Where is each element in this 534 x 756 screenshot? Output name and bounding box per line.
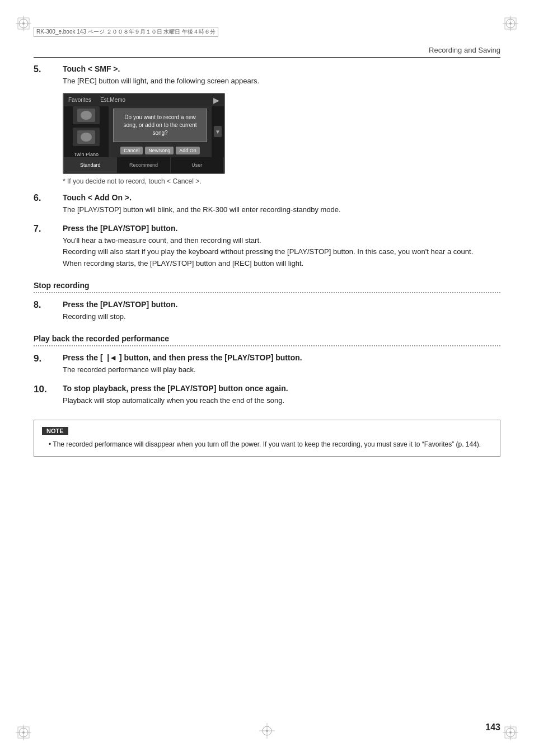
screen-tab-recommend: Recommend [117, 157, 170, 173]
step-8: 8. Press the [PLAY/STOP] button. Recordi… [34, 300, 500, 323]
page-header-title: Recording and Saving [429, 46, 500, 54]
step-8-title: Press the [PLAY/STOP] button. [63, 300, 500, 309]
note-box: NOTE • The recorded performance will dis… [34, 420, 500, 456]
bottom-center-mark [259, 723, 275, 740]
header-divider [34, 57, 500, 58]
step-7-number: 7. [34, 224, 63, 234]
screen-bottom-bar: Standard Recommend User [64, 157, 224, 173]
step-7-title: Press the [PLAY/STOP] button. [63, 224, 500, 233]
step-7-body1: You'll hear a two-measure count, and the… [63, 235, 500, 247]
step-10-number: 10. [34, 384, 63, 395]
page-number: 143 [485, 722, 500, 732]
step-6: 6. Touch < Add On >. The [PLAY/STOP] but… [34, 193, 500, 216]
step-10-title: To stop playback, press the [PLAY/STOP] … [63, 384, 500, 393]
step-6-content: Touch < Add On >. The [PLAY/STOP] button… [63, 193, 500, 216]
screen-tab-estmemo: Est.Memo [96, 94, 130, 106]
screen-scroll-indicator: ▼ [214, 126, 222, 137]
screen-piano-label: Twin Piano [74, 152, 99, 157]
section-stop-divider [34, 292, 500, 293]
step-10-content: To stop playback, press the [PLAY/STOP] … [63, 384, 500, 407]
screen-action-buttons: Cancel NewSong Add On [120, 147, 200, 154]
step-5-note: * If you decide not to record, touch < C… [63, 177, 500, 185]
corner-mark-tl [16, 16, 31, 31]
step-7-content: Press the [PLAY/STOP] button. You'll hea… [63, 224, 500, 270]
screen-tabs: Favorites Est.Memo [64, 94, 130, 106]
main-content: 5. Touch < SMF >. The [REC] button will … [34, 64, 500, 711]
step-8-number: 8. [34, 300, 63, 310]
screen-center-panel: Do you want to record a new song, or add… [109, 106, 212, 157]
corner-mark-br [503, 725, 518, 740]
note-label: NOTE [42, 427, 68, 435]
screen-tab-user: User [171, 157, 224, 173]
step-5-body: The [REC] button will light, and the fol… [63, 76, 500, 87]
step-9-title: Press the [ |◄ ] button, and then press … [63, 353, 500, 362]
screen-right-panel: ▼ [212, 106, 224, 157]
step-8-content: Press the [PLAY/STOP] button. Recording … [63, 300, 500, 323]
screen-addon-btn: Add On [176, 147, 200, 154]
step-7: 7. Press the [PLAY/STOP] button. You'll … [34, 224, 500, 270]
screen-main-area: Twin Piano Do you want to record a new s… [64, 106, 224, 157]
step-9-content: Press the [ |◄ ] button, and then press … [63, 353, 500, 376]
step-6-number: 6. [34, 193, 63, 203]
step-5-content: Touch < SMF >. The [REC] button will lig… [63, 64, 500, 185]
step-8-body: Recording will stop. [63, 311, 500, 323]
step-7-body3: When recording starts, the [PLAY/STOP] b… [63, 258, 500, 270]
step-5-number: 5. [34, 64, 63, 74]
screen-image: Favorites Est.Memo ▶ [63, 93, 225, 174]
step-9-number: 9. [34, 353, 63, 364]
note-body: • The recorded performance will disappea… [42, 439, 492, 450]
screen-tab-standard: Standard [64, 157, 117, 173]
step-10: 10. To stop playback, press the [PLAY/ST… [34, 384, 500, 407]
screen-left-panel: Twin Piano [64, 106, 109, 157]
screen-top-bar: Favorites Est.Memo ▶ [64, 94, 224, 106]
step-6-body: The [PLAY/STOP] button will blink, and t… [63, 204, 500, 216]
step-6-title: Touch < Add On >. [63, 193, 500, 202]
section-stop-heading: Stop recording [34, 281, 500, 290]
corner-mark-tr [503, 16, 518, 31]
step-7-body2: Recording will also start if you play th… [63, 246, 500, 258]
step-5: 5. Touch < SMF >. The [REC] button will … [34, 64, 500, 185]
file-info: RK-300_e.book 143 ページ ２００８年９月１０日 水曜日 午後４… [34, 27, 218, 37]
screen-tab-favorites: Favorites [64, 94, 96, 106]
step-9: 9. Press the [ |◄ ] button, and then pre… [34, 353, 500, 376]
screen-newsong-btn: NewSong [145, 147, 174, 154]
screen-icon-1 [73, 106, 100, 125]
screen-icon-2 [73, 128, 100, 146]
screen-cancel-btn: Cancel [120, 147, 143, 154]
screen-arrow: ▶ [213, 96, 219, 105]
step-5-title: Touch < SMF >. [63, 64, 500, 73]
section-play-heading: Play back the recorded performance [34, 334, 500, 343]
note-bullet-text: • The recorded performance will disappea… [49, 440, 481, 448]
corner-mark-bl [16, 725, 31, 740]
section-play-divider [34, 345, 500, 346]
step-10-body: Playback will stop automatically when yo… [63, 395, 500, 407]
screen-dialog-text: Do you want to record a new song, or add… [113, 109, 207, 142]
step-9-body: The recorded performance will play back. [63, 364, 500, 376]
